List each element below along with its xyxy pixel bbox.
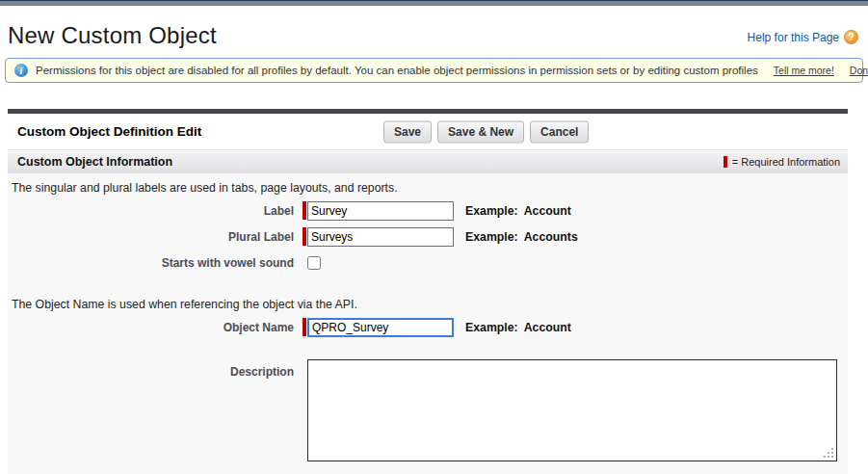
tell-me-more-link[interactable]: Tell me more! <box>774 65 834 76</box>
page-header: New Custom Object Help for this Page ? <box>0 6 868 58</box>
dont-show-again-link[interactable]: Don't show this message again <box>850 65 868 76</box>
object-name-field-label: Object Name <box>8 321 294 334</box>
vowel-sound-row: Starts with vowel sound <box>8 251 848 274</box>
description-field-label: Description <box>8 359 294 379</box>
plural-label-field-label: Plural Label <box>8 230 294 244</box>
block-title: Custom Object Definition Edit <box>8 124 201 139</box>
example-label: Example: <box>465 230 518 244</box>
button-group: Save Save & New Cancel <box>383 120 589 143</box>
example-value: Accounts <box>524 230 578 244</box>
label-example: Example:Account <box>465 204 571 218</box>
block-header: Custom Object Definition Edit Save Save … <box>8 114 848 150</box>
resize-grip-icon[interactable] <box>831 456 833 458</box>
required-marker-icon <box>302 227 306 246</box>
plural-label-input[interactable] <box>307 227 454 247</box>
subsection-header: Custom Object Information = Required Inf… <box>8 150 848 173</box>
required-marker-icon <box>723 156 727 168</box>
required-legend-text: = Required Information <box>732 156 840 168</box>
info-banner: i Permissions for this object are disabl… <box>5 58 863 83</box>
cancel-button[interactable]: Cancel <box>530 120 589 143</box>
description-field-row: Description <box>8 359 848 461</box>
help-question-icon[interactable]: ? <box>844 30 858 44</box>
save-and-new-button[interactable]: Save & New <box>437 120 524 143</box>
object-name-field-row: Object Name Example:Account <box>8 316 848 338</box>
custom-object-edit-block: Custom Object Definition Edit Save Save … <box>8 109 848 474</box>
banner-message: Permissions for this object are disabled… <box>36 65 758 76</box>
subsection-title: Custom Object Information <box>17 155 172 169</box>
plural-label-field-row: Plural Label Example:Accounts <box>8 225 848 248</box>
example-label: Example: <box>465 204 518 218</box>
help-for-this-page[interactable]: Help for this Page ? <box>748 30 858 44</box>
example-label: Example: <box>465 321 518 334</box>
example-value: Account <box>524 321 571 334</box>
vowel-sound-label: Starts with vowel sound <box>8 256 294 270</box>
save-button[interactable]: Save <box>383 120 432 143</box>
required-marker-icon <box>302 318 306 336</box>
object-name-input[interactable] <box>307 318 454 337</box>
label-input[interactable] <box>307 201 454 221</box>
help-link[interactable]: Help for this Page <box>748 31 839 44</box>
required-marker-icon <box>302 201 306 220</box>
page-title: New Custom Object <box>8 22 217 49</box>
starts-with-vowel-checkbox[interactable] <box>307 256 321 270</box>
info-icon: i <box>14 64 28 77</box>
example-value: Account <box>524 204 571 218</box>
label-field-row: Label Example:Account <box>8 199 848 222</box>
api-intro-text: The Object Name is used when referencing… <box>8 295 848 316</box>
plural-label-example: Example:Accounts <box>465 230 578 244</box>
object-name-example: Example:Account <box>465 321 571 334</box>
form-body: The singular and plural labels are used … <box>8 173 848 474</box>
label-field-label: Label <box>8 204 294 218</box>
required-legend: = Required Information <box>723 156 840 168</box>
description-textarea[interactable] <box>307 359 837 461</box>
description-textarea-wrap <box>307 359 837 461</box>
labels-intro-text: The singular and plural labels are used … <box>8 178 848 199</box>
